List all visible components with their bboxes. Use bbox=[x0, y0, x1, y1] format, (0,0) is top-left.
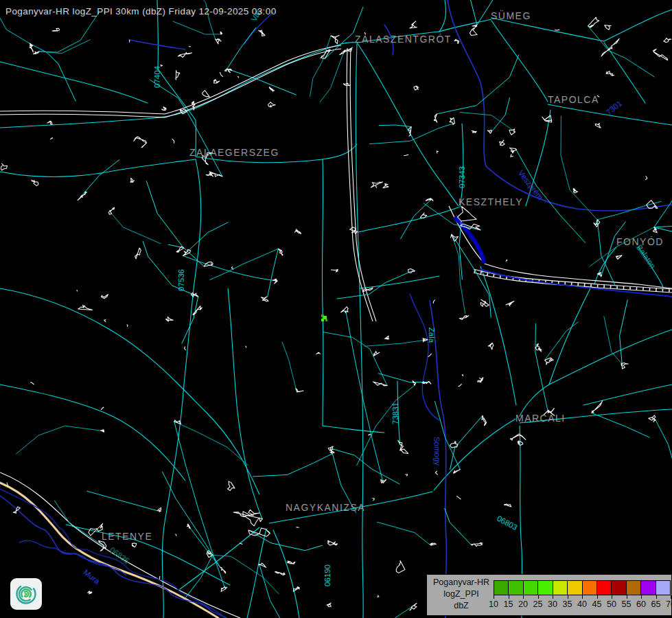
legend-color-cell bbox=[582, 580, 597, 595]
city-label-letenye: LETENYE bbox=[102, 531, 152, 542]
legend-color-cell bbox=[537, 580, 553, 595]
legend-tick-mark bbox=[656, 595, 657, 599]
city-label-zalaegerszeg: ZALAEGERSZEG bbox=[189, 147, 279, 158]
legend-color-cell bbox=[523, 580, 538, 595]
legend-line-unit: dbZ bbox=[430, 600, 493, 612]
legend-tick-mark bbox=[641, 595, 642, 599]
city-label-sumeg: SÜMEG bbox=[491, 10, 531, 21]
road-label-07343: 07343 bbox=[458, 166, 466, 188]
legend-tick-mark bbox=[494, 595, 494, 599]
legend-panel: Poganyvar-HR logZ_PPI dbZ 10152025303540… bbox=[426, 574, 672, 616]
legend-tick-mark bbox=[538, 595, 539, 599]
legend-tick-label: 70 bbox=[662, 599, 672, 609]
legend-tick-mark bbox=[582, 595, 583, 599]
legend-color-cell bbox=[494, 580, 509, 595]
road-label-7301: 7301 bbox=[605, 99, 623, 117]
map-canvas: 07404 07536 07343 73831 06190 06803 0683… bbox=[0, 0, 672, 618]
legend-tick-mark bbox=[523, 595, 524, 599]
legend-color-cell bbox=[611, 580, 626, 595]
legend-line-product: logZ_PPI bbox=[430, 588, 493, 600]
legend-tick-mark bbox=[509, 595, 509, 599]
river-label-mura: Mura bbox=[82, 568, 102, 586]
legend-color-cell bbox=[596, 580, 612, 595]
legend-color-cell bbox=[553, 580, 568, 595]
legend-tick-mark bbox=[553, 595, 553, 599]
legend-color-cell bbox=[626, 580, 641, 595]
legend-color-cell bbox=[508, 580, 523, 595]
legend-colorbar bbox=[494, 580, 671, 595]
legend-text-block: Poganyvar-HR logZ_PPI dbZ bbox=[430, 577, 493, 612]
legend-color-cell bbox=[640, 580, 656, 595]
county-label-somogy: Somogy bbox=[432, 437, 441, 466]
legend-tick-mark bbox=[627, 595, 627, 599]
radar-title: Poganyvar-HR logZ_PPI 30km (dbZ) Friday … bbox=[5, 6, 277, 16]
legend-tick-scale: 10152025303540455055606570 bbox=[494, 595, 671, 613]
radar-map-stage: 07404 07536 07343 73831 06190 06803 0683… bbox=[0, 0, 672, 618]
legend-color-cell bbox=[656, 580, 671, 595]
legend-tick-mark bbox=[671, 595, 671, 599]
road-label-73831: 73831 bbox=[391, 402, 399, 424]
legend-tick-mark bbox=[568, 595, 568, 599]
river-label-zala: Zala bbox=[428, 328, 436, 343]
radar-echo bbox=[321, 314, 327, 321]
met-spiral-logo bbox=[10, 578, 42, 610]
boundaries-layer bbox=[129, 0, 672, 618]
road-label-07404: 07404 bbox=[153, 65, 161, 88]
villages-layer bbox=[1, 17, 671, 610]
legend-tick-mark bbox=[597, 595, 598, 599]
legend-line-radar: Poganyvar-HR bbox=[430, 577, 493, 588]
road-label-07536: 07536 bbox=[177, 269, 185, 291]
road-label-06190: 06190 bbox=[323, 564, 332, 586]
spiral-icon bbox=[10, 578, 42, 610]
city-label-marcali: MARCALI bbox=[515, 413, 566, 424]
city-labels-layer: ZALASZENTGRÓT SÜMEG TAPOLCA ZALAEGERSZEG… bbox=[102, 10, 664, 542]
legend-color-cell bbox=[567, 580, 582, 595]
city-label-keszthely: KESZTHELY bbox=[459, 196, 523, 207]
road-label-06835: 06835 bbox=[108, 546, 131, 566]
road-label-06803: 06803 bbox=[496, 514, 519, 532]
lake-label-balaton: Balaton bbox=[635, 243, 657, 270]
legend-tick-mark bbox=[612, 595, 612, 599]
city-label-nagykanizsa: NAGYKANIZSA bbox=[286, 502, 365, 513]
city-label-tapolca: TAPOLCA bbox=[548, 94, 599, 105]
city-label-zalaszentgrot: ZALASZENTGRÓT bbox=[355, 34, 452, 45]
city-label-fonyod: FONYÓD bbox=[616, 236, 664, 247]
